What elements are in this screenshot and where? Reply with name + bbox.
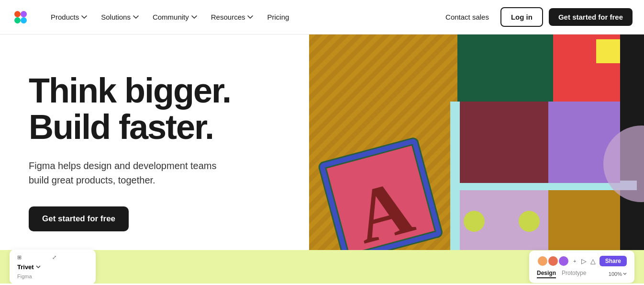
toolbar-controls: ▷ △ Share — [581, 256, 627, 266]
plus-icon: + — [573, 258, 576, 264]
navbar: Products Solutions Community Resources P… — [0, 0, 644, 34]
contact-sales-link[interactable]: Contact sales — [440, 9, 495, 25]
hero-section: Think bigger. Build faster. Figma helps … — [0, 34, 644, 284]
nav-pricing[interactable]: Pricing — [261, 9, 295, 25]
chevron-down-icon — [191, 14, 198, 21]
avatar — [537, 255, 548, 267]
tab-prototype[interactable]: Prototype — [562, 270, 586, 278]
share-button[interactable]: Share — [600, 256, 627, 266]
hero-content: Think bigger. Build faster. Figma helps … — [0, 34, 278, 284]
nav-links: Products Solutions Community Resources P… — [45, 9, 440, 25]
hero-illustration: A — [309, 34, 644, 284]
avatar — [558, 255, 569, 267]
svg-rect-8 — [457, 34, 553, 104]
hero-subtitle: Figma helps design and development teams… — [29, 159, 239, 187]
svg-rect-10 — [596, 39, 620, 63]
svg-rect-0 — [14, 11, 21, 17]
svg-rect-14 — [460, 102, 548, 183]
nav-products[interactable]: Products — [45, 9, 93, 25]
svg-point-18 — [519, 211, 540, 232]
avatar — [547, 255, 559, 267]
nav-resources[interactable]: Resources — [205, 9, 260, 25]
get-started-hero-button[interactable]: Get started for free — [29, 206, 129, 231]
chevron-down-icon — [247, 14, 254, 21]
right-panel: + ▷ △ Share Design Prototype 100% — [529, 251, 634, 283]
chevron-down-icon — [81, 14, 88, 21]
nav-solutions[interactable]: Solutions — [95, 9, 145, 25]
zoom-control[interactable]: 100% — [609, 270, 627, 278]
hero-title: Think bigger. Build faster. — [29, 73, 278, 145]
present-icon[interactable]: △ — [590, 257, 596, 265]
login-button[interactable]: Log in — [500, 7, 543, 27]
svg-rect-3 — [21, 17, 27, 23]
nav-community[interactable]: Community — [147, 9, 203, 25]
avatar-group: + — [537, 255, 576, 267]
chevron-down-icon — [133, 14, 139, 21]
logo[interactable] — [11, 8, 30, 26]
panel-tabs: Design Prototype 100% — [537, 270, 627, 278]
svg-rect-2 — [14, 17, 21, 23]
nav-right: Contact sales Log in Get started for fre… — [440, 7, 633, 27]
get-started-nav-button[interactable]: Get started for free — [549, 8, 633, 26]
play-icon[interactable]: ▷ — [581, 257, 587, 265]
svg-point-17 — [464, 211, 485, 232]
tab-design[interactable]: Design — [537, 270, 556, 278]
svg-point-4 — [21, 11, 27, 17]
